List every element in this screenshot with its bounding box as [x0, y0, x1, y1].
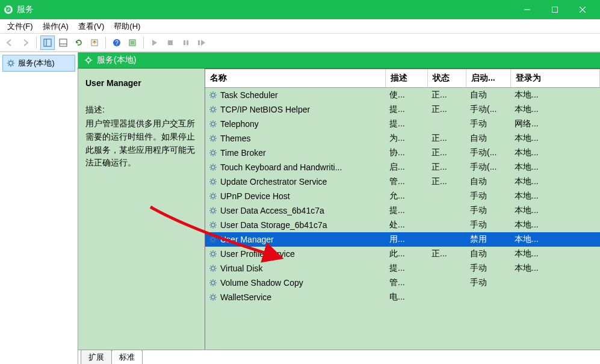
col-header-logon[interactable]: 登录为: [511, 69, 600, 87]
cell-start: 手动: [466, 276, 511, 290]
maximize-button[interactable]: [541, 0, 569, 19]
svg-point-98: [211, 194, 215, 198]
service-row[interactable]: WalletService电...: [205, 290, 600, 304]
service-row[interactable]: Volume Shadow Copy管...手动: [205, 276, 600, 290]
cell-desc: 提...: [386, 261, 428, 276]
col-header-start[interactable]: 启动...: [466, 69, 511, 87]
gear-icon: [209, 206, 218, 215]
list-body[interactable]: Task Scheduler使...正...自动本地...TCP/IP NetB…: [205, 88, 600, 350]
svg-line-130: [211, 236, 211, 237]
cell-start: 自动: [466, 88, 511, 102]
svg-line-124: [215, 222, 215, 223]
cell-desc: 使...: [386, 88, 428, 102]
service-row[interactable]: Themes为...正...自动本地...: [205, 131, 600, 146]
col-header-name[interactable]: 名称: [205, 69, 386, 87]
service-name-text: User Data Access_6b41c7a: [220, 206, 324, 215]
close-button[interactable]: [569, 0, 596, 19]
cell-logon: 本地...: [511, 102, 600, 117]
cell-start: 自动: [466, 247, 511, 261]
svg-line-97: [215, 179, 215, 179]
gear-icon: [209, 91, 218, 100]
service-row[interactable]: Update Orchestrator Service管...正...自动本地.…: [205, 174, 600, 189]
gear-icon: [209, 177, 218, 187]
menu-action[interactable]: 操作(A): [38, 20, 73, 33]
panel-header-label: 服务(本地): [97, 55, 136, 66]
service-row[interactable]: Touch Keyboard and Handwriti...启...正...手…: [205, 160, 600, 174]
minimize-button[interactable]: [513, 0, 541, 19]
svg-point-134: [211, 252, 215, 256]
svg-line-94: [211, 179, 211, 179]
properties-button[interactable]: [125, 35, 140, 50]
service-row[interactable]: User Data Access_6b41c7a提...手动本地...: [205, 203, 600, 218]
svg-line-28: [8, 64, 10, 66]
svg-line-77: [215, 154, 215, 155]
service-row[interactable]: Task Scheduler使...正...自动本地...: [205, 88, 600, 102]
details-pane-button[interactable]: [56, 35, 70, 50]
svg-line-79: [215, 150, 215, 150]
service-row[interactable]: User Data Storage_6b41c7a处...手动本地...: [205, 218, 600, 232]
cell-status: [428, 261, 466, 276]
svg-line-115: [215, 208, 215, 208]
cell-logon: 网络...: [511, 117, 600, 131]
svg-point-44: [211, 108, 215, 111]
cell-status: [428, 203, 466, 218]
cell-name: Task Scheduler: [205, 88, 386, 102]
svg-line-68: [215, 140, 215, 140]
export-list-button[interactable]: [87, 35, 102, 50]
cell-desc: 处...: [386, 218, 428, 232]
svg-line-59: [215, 125, 215, 126]
cell-desc: 提...: [386, 102, 428, 117]
service-row[interactable]: Virtual Disk提...手动本地...: [205, 261, 600, 276]
cell-desc: 提...: [386, 203, 428, 218]
svg-point-161: [211, 295, 215, 299]
service-row[interactable]: Time Broker协...正...手动(...本地...: [205, 146, 600, 160]
gear-icon: [209, 105, 218, 114]
menu-view[interactable]: 查看(V): [73, 20, 109, 33]
menu-file[interactable]: 文件(F): [2, 20, 38, 33]
refresh-button[interactable]: [72, 35, 86, 50]
show-hide-tree-button[interactable]: [40, 35, 55, 50]
svg-point-125: [211, 238, 215, 241]
cell-logon: 本地...: [511, 88, 600, 102]
col-header-desc[interactable]: 描述: [386, 69, 428, 87]
tree-root[interactable]: 服务(本地): [2, 55, 75, 72]
svg-line-104: [215, 197, 215, 198]
toolbar: ?: [0, 34, 600, 52]
tab-extended[interactable]: 扩展: [81, 350, 112, 364]
service-row[interactable]: TCP/IP NetBIOS Helper提...正...手动(...本地...: [205, 102, 600, 117]
menu-help[interactable]: 帮助(H): [109, 20, 145, 33]
service-name-text: Telephony: [220, 119, 259, 129]
cell-name: TCP/IP NetBIOS Helper: [205, 102, 386, 117]
service-row[interactable]: User Manager用...禁用本地...: [205, 232, 600, 247]
cell-status: 正...: [428, 160, 466, 174]
svg-line-113: [215, 212, 215, 212]
svg-line-27: [13, 64, 14, 66]
main-area: 服务(本地) 服务(本地) User Manager 描述: 用户管理器提供多用…: [0, 52, 600, 364]
cell-start: 手动: [466, 261, 511, 276]
col-header-status[interactable]: 状态: [428, 69, 466, 87]
tab-standard[interactable]: 标准: [111, 350, 143, 364]
cell-name: Touch Keyboard and Handwriti...: [205, 160, 386, 174]
cell-desc: 用...: [386, 232, 428, 247]
cell-status: [428, 218, 466, 232]
service-row[interactable]: User Profile Service此...正...自动本地...: [205, 247, 600, 261]
service-name-text: User Manager: [220, 235, 274, 244]
help-button[interactable]: ?: [110, 35, 124, 50]
svg-line-26: [8, 60, 10, 61]
svg-line-86: [215, 168, 215, 169]
cell-start: 自动: [466, 131, 511, 146]
service-row[interactable]: Telephony提...手动网络...: [205, 117, 600, 131]
svg-line-69: [211, 140, 211, 140]
svg-text:?: ?: [115, 39, 119, 46]
cell-name: Telephony: [205, 117, 386, 131]
service-row[interactable]: UPnP Device Host允...手动本地...: [205, 189, 600, 203]
cell-status: 正...: [428, 131, 466, 146]
svg-rect-19: [187, 40, 188, 45]
svg-line-148: [211, 265, 211, 266]
cell-logon: 本地...: [511, 160, 600, 174]
svg-line-61: [215, 121, 215, 122]
svg-rect-17: [168, 40, 173, 45]
svg-line-29: [13, 60, 14, 61]
svg-point-152: [211, 281, 215, 285]
svg-line-50: [215, 111, 215, 111]
